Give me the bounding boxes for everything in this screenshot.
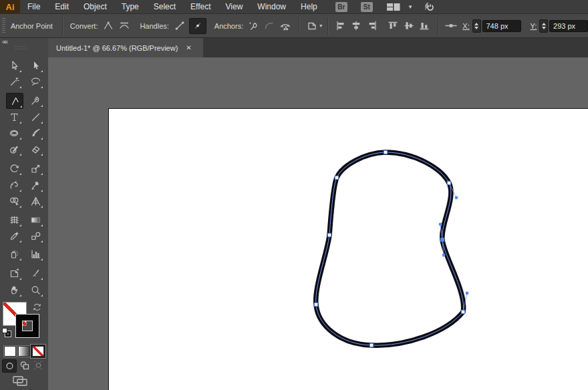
convert-label: Convert: [70, 22, 98, 30]
workspace-switcher-icon[interactable] [386, 2, 401, 12]
align-vertical-top-button[interactable] [385, 19, 400, 33]
divider [62, 17, 63, 35]
default-fill-stroke-icon[interactable] [2, 328, 11, 337]
stroke-swatch-black[interactable] [16, 315, 39, 337]
control-bar: Anchor Point Convert: Handles: Anchors: [0, 14, 588, 38]
line-segment-tool[interactable] [27, 110, 43, 124]
gradient-tool[interactable] [27, 212, 43, 227]
divider [299, 17, 300, 35]
collapse-panel-icon[interactable]: «« [2, 38, 7, 45]
y-label: Y: [531, 22, 537, 30]
change-screen-mode-button[interactable] [11, 375, 30, 390]
paintbrush-tool[interactable] [27, 126, 43, 140]
panel-drag-grip[interactable] [15, 46, 27, 50]
stepper-up-icon[interactable] [542, 23, 546, 25]
gradient-mode-button[interactable] [18, 346, 30, 357]
perspective-grid-tool[interactable] [27, 194, 43, 208]
tools-panel-header: «« [0, 38, 48, 57]
x-stepper[interactable] [472, 19, 481, 33]
align-horizontal-right-button[interactable] [364, 19, 380, 33]
symbol-sprayer-tool[interactable] [6, 246, 22, 261]
divider [438, 17, 439, 35]
draw-normal-button[interactable] [2, 359, 17, 373]
stepper-up-icon[interactable] [474, 23, 478, 25]
direct-selection-tool[interactable] [27, 58, 43, 73]
pen-tool[interactable] [27, 93, 43, 108]
none-mode-button[interactable] [32, 346, 44, 357]
stepper-down-icon[interactable] [474, 27, 478, 29]
anchors-label: Anchors: [214, 22, 243, 30]
color-mode-button[interactable] [4, 346, 16, 357]
menu-help[interactable]: Help [293, 0, 325, 13]
scale-tool[interactable] [27, 161, 43, 176]
round-corner-button[interactable] [262, 19, 277, 33]
swap-fill-stroke-icon[interactable] [32, 303, 43, 315]
close-icon[interactable]: ✕ [186, 44, 191, 51]
width-tool[interactable] [6, 178, 22, 192]
pencil-tool[interactable] [6, 142, 22, 156]
reference-point-icon [443, 19, 458, 33]
hide-handles-button[interactable] [189, 18, 206, 34]
stepper-down-icon[interactable] [542, 27, 546, 29]
canvas-area[interactable] [48, 57, 588, 390]
puppet-warp-tool[interactable] [27, 178, 43, 192]
y-input[interactable] [549, 20, 588, 32]
convert-to-corner-button[interactable] [100, 19, 116, 33]
stock-button[interactable]: St [361, 2, 373, 12]
eraser-tool[interactable] [27, 142, 43, 156]
document-tab[interactable]: Untitled-1* @ 66.67% (RGB/Preview) ✕ [48, 38, 203, 57]
shaper-tool[interactable] [6, 126, 22, 140]
handles-label: Handles: [140, 22, 168, 30]
mesh-tool[interactable] [6, 212, 22, 227]
remove-anchor-button[interactable] [246, 19, 261, 33]
x-input[interactable] [482, 20, 521, 32]
zoom-tool[interactable] [27, 282, 43, 297]
chevron-down-icon: ▾ [319, 23, 322, 29]
artboard-tool[interactable] [6, 266, 22, 280]
menu-edit[interactable]: Edit [47, 0, 76, 13]
document-tab-title: Untitled-1* @ 66.67% (RGB/Preview) [56, 44, 178, 52]
draw-behind-button[interactable] [17, 359, 31, 371]
align-horizontal-center-button[interactable] [348, 19, 363, 33]
show-handles-button[interactable] [172, 19, 187, 33]
type-tool[interactable] [6, 110, 22, 124]
chevron-down-icon[interactable]: ▾ [409, 3, 412, 10]
hand-tool[interactable] [6, 282, 22, 297]
menu-view[interactable]: View [218, 0, 251, 13]
menu-select[interactable]: Select [146, 0, 183, 13]
artboard[interactable] [108, 108, 588, 390]
shape-builder-tool[interactable] [6, 194, 22, 208]
bridge-button[interactable]: Br [335, 2, 347, 12]
align-vertical-bottom-button[interactable] [416, 19, 432, 33]
y-stepper[interactable] [539, 19, 548, 33]
lasso-tool[interactable] [27, 74, 43, 89]
tools-panel [0, 57, 48, 390]
eyedropper-tool[interactable] [6, 228, 22, 243]
column-graph-tool[interactable] [27, 246, 43, 261]
app-logo: Ai [0, 0, 20, 13]
menu-file[interactable]: File [20, 0, 47, 13]
rotate-tool[interactable] [6, 161, 22, 176]
blend-tool[interactable] [27, 228, 43, 243]
convert-to-smooth-button[interactable] [116, 19, 132, 33]
slice-tool[interactable] [27, 266, 43, 280]
cut-path-button[interactable] [277, 19, 293, 33]
gpu-performance-icon[interactable] [421, 1, 436, 13]
transform-options-dropdown[interactable]: ▾ [304, 19, 325, 33]
panel-grip[interactable] [2, 18, 5, 34]
menu-bar: Ai File Edit Object Type Select Effect V… [0, 0, 588, 14]
context-title: Anchor Point [11, 22, 53, 30]
menu-effect[interactable]: Effect [183, 0, 218, 13]
x-label: X: [462, 22, 469, 30]
align-horizontal-left-button[interactable] [333, 19, 348, 33]
divider [327, 17, 329, 35]
document-tab-bar: «« Untitled-1* @ 66.67% (RGB/Preview) ✕ [0, 38, 588, 57]
draw-inside-button[interactable] [31, 359, 45, 371]
selection-tool[interactable] [6, 58, 22, 73]
menu-object[interactable]: Object [76, 0, 114, 13]
align-vertical-center-button[interactable] [401, 19, 416, 33]
magic-wand-tool[interactable] [6, 74, 22, 89]
menu-type[interactable]: Type [114, 0, 146, 13]
anchor-point-tool[interactable] [6, 93, 23, 109]
menu-window[interactable]: Window [250, 0, 293, 13]
